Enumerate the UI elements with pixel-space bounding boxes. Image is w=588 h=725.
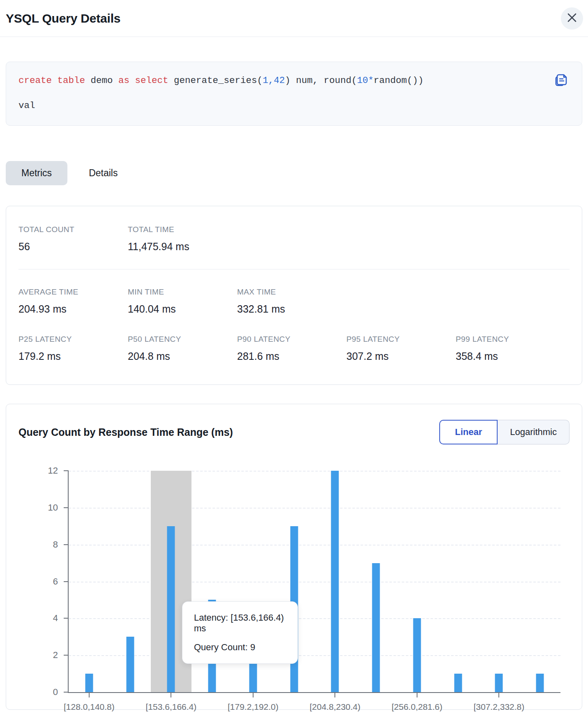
x-axis-tick (498, 692, 499, 697)
stat-value: 358.4 ms (456, 350, 565, 362)
y-axis-tick (64, 544, 69, 545)
page-title: YSQL Query Details (6, 12, 120, 25)
copy-icon (553, 83, 570, 90)
x-axis-label: [307.2,332.8) (473, 702, 524, 712)
tab-metrics[interactable]: Metrics (6, 161, 67, 185)
x-axis-tick (89, 692, 90, 697)
stat-value: 307.2 ms (346, 350, 456, 362)
code-token-plain: val (18, 100, 35, 111)
histogram-bar[interactable] (126, 637, 134, 692)
stat-label: TOTAL TIME (128, 225, 237, 234)
stat-cell: P95 LATENCY307.2 ms (346, 335, 456, 362)
scale-toggle: Linear Logarithmic (439, 420, 570, 444)
x-axis-label: [204.8,230.4) (309, 702, 360, 712)
stat-label: P99 LATENCY (456, 335, 565, 344)
stat-cell: AVERAGE TIME204.93 ms (18, 288, 128, 315)
y-axis-label: 0 (34, 687, 58, 697)
x-axis-tick (417, 692, 417, 697)
histogram-bar[interactable] (536, 674, 544, 692)
stat-cell: TOTAL COUNT56 (18, 225, 128, 253)
chart-title: Query Count by Response Time Range (ms) (18, 426, 233, 438)
stats-row: P25 LATENCY179.2 msP50 LATENCY204.8 msP9… (18, 315, 570, 362)
code-line: val (18, 99, 537, 112)
metrics-summary-card: TOTAL COUNT56TOTAL TIME11,475.94 msAVERA… (6, 206, 582, 385)
histogram-bar[interactable] (454, 674, 462, 692)
bar-slot (479, 471, 520, 692)
y-axis-label: 12 (34, 465, 58, 476)
y-axis-tick (64, 618, 69, 619)
stat-cell: P90 LATENCY281.6 ms (237, 335, 346, 362)
x-axis-tick (334, 692, 335, 697)
code-token-plain: generate_series( (168, 75, 263, 86)
code-line: create table demo as select generate_ser… (18, 74, 537, 87)
stat-cell: MIN TIME140.04 ms (128, 288, 237, 315)
stat-cell: P99 LATENCY358.4 ms (456, 335, 565, 362)
stat-value: 204.93 ms (18, 303, 128, 315)
y-axis-tick (64, 470, 69, 471)
close-button[interactable] (561, 7, 583, 30)
histogram-bar[interactable] (372, 563, 380, 692)
bar-slot (315, 471, 356, 692)
stat-value: 11,475.94 ms (128, 241, 237, 253)
query-text: create table demo as select generate_ser… (18, 74, 537, 112)
histogram-plot-region: Latency: [153.6,166.4) ms Query Count: 9… (18, 471, 570, 693)
histogram-bar[interactable] (167, 526, 175, 692)
stat-value: 140.04 ms (128, 303, 237, 315)
histogram-bar[interactable] (331, 471, 339, 692)
modal-header: YSQL Query Details (0, 0, 588, 37)
code-token-plain: random()) (374, 75, 424, 86)
y-axis-label: 4 (34, 613, 58, 624)
y-axis-tick (64, 692, 69, 693)
tooltip-query-count: Query Count: 9 (194, 642, 286, 653)
y-axis-label: 10 (34, 502, 58, 513)
stat-cell: P25 LATENCY179.2 ms (18, 335, 128, 362)
stat-label: P95 LATENCY (346, 335, 456, 344)
y-axis-tick (64, 507, 69, 508)
stat-value: 281.6 ms (237, 350, 346, 362)
x-axis-label: [256.0,281.6) (392, 702, 443, 712)
bar-slot (355, 471, 397, 692)
close-icon (567, 12, 577, 24)
logarithmic-scale-button[interactable]: Logarithmic (498, 420, 570, 444)
linear-scale-button[interactable]: Linear (439, 420, 498, 444)
stat-value: 179.2 ms (18, 350, 128, 362)
chart-card: Query Count by Response Time Range (ms) … (6, 404, 582, 710)
stat-cell: TOTAL TIME11,475.94 ms (128, 225, 237, 253)
y-axis-label: 8 (34, 539, 58, 550)
stat-label: AVERAGE TIME (18, 288, 128, 297)
y-axis-label: 6 (34, 576, 58, 587)
stat-cell: MAX TIME332.81 ms (237, 288, 346, 315)
histogram-bar[interactable] (85, 674, 93, 692)
chart-tooltip: Latency: [153.6,166.4) ms Query Count: 9 (182, 601, 298, 664)
stat-cell: P50 LATENCY204.8 ms (128, 335, 237, 362)
code-token-plain: ) num, round( (285, 75, 357, 86)
code-token-num: 1,42 (263, 75, 285, 86)
x-axis-tick (253, 692, 254, 697)
bar-slot (519, 471, 560, 692)
histogram-plot: Latency: [153.6,166.4) ms Query Count: 9… (68, 471, 560, 693)
x-axis-label: [179.2,192.0) (228, 702, 279, 712)
bar-slot (110, 471, 151, 692)
bar-slot (397, 471, 438, 692)
x-axis-label: [128.0,140.8) (64, 702, 115, 712)
histogram-bar[interactable] (413, 618, 421, 692)
stats-row: TOTAL COUNT56TOTAL TIME11,475.94 ms (18, 225, 570, 269)
code-token-plain: demo (85, 75, 118, 86)
tooltip-latency-range: Latency: [153.6,166.4) ms (194, 612, 286, 634)
tab-details[interactable]: Details (89, 161, 118, 185)
x-axis-label: [153.6,166.4) (145, 702, 196, 712)
stat-label: MIN TIME (128, 288, 237, 297)
code-token-kw: as select (118, 75, 168, 86)
stats-row: AVERAGE TIME204.93 msMIN TIME140.04 msMA… (18, 269, 570, 315)
histogram-bar[interactable] (495, 674, 503, 692)
bar-slot (69, 471, 110, 692)
x-axis-tick (171, 692, 171, 697)
copy-query-button[interactable] (553, 72, 570, 90)
bar-slot (438, 471, 479, 692)
query-code-block: create table demo as select generate_ser… (6, 62, 582, 126)
stat-value: 204.8 ms (128, 350, 237, 362)
stat-label: MAX TIME (237, 288, 346, 297)
stat-value: 56 (18, 241, 128, 253)
y-axis-label: 2 (34, 650, 58, 661)
stat-label: P90 LATENCY (237, 335, 346, 344)
